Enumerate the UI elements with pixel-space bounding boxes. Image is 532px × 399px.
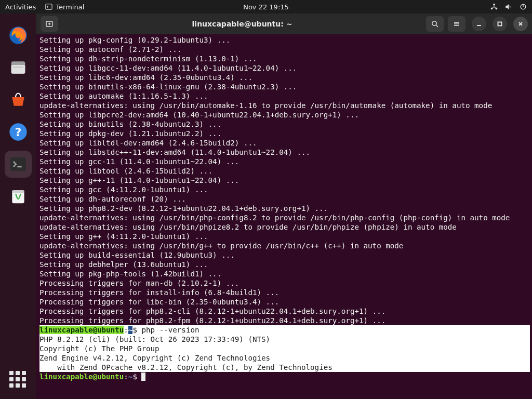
dock-show-apps-icon[interactable] <box>9 371 27 389</box>
search-button[interactable] <box>426 16 444 32</box>
topbar-app-indicator[interactable]: Terminal <box>45 3 84 11</box>
terminal-small-icon <box>45 3 52 10</box>
svg-rect-15 <box>12 190 24 193</box>
hamburger-menu-button[interactable] <box>448 16 466 32</box>
terminal-output-line: Setting up libstdc++-11-dev:amd64 (11.4.… <box>39 148 530 157</box>
prompt-sep: : <box>124 373 128 381</box>
terminal-output-line: Processing triggers for libc-bin (2.35-0… <box>39 297 530 307</box>
power-icon[interactable] <box>520 3 527 10</box>
volume-icon[interactable] <box>505 3 512 10</box>
terminal-output-line: Setting up g++ (4:11.2.0-1ubuntu1) ... <box>39 232 530 241</box>
terminal-output-line: Setting up gcc (4:11.2.0-1ubuntu1) ... <box>39 185 530 194</box>
terminal-output-line: PHP 8.2.12 (cli) (built: Oct 26 2023 17:… <box>39 335 530 344</box>
network-icon[interactable] <box>490 3 498 10</box>
terminal-prompt-line[interactable]: linuxcapable@ubuntu:~$ <box>39 372 530 381</box>
terminal-output-line: Setting up debhelper (13.6ubuntu1) ... <box>39 260 530 269</box>
terminal-output-line: Setting up dh-strip-nondeterminism (1.13… <box>39 54 530 63</box>
terminal-output-line: update-alternatives: using /usr/bin/phpi… <box>39 222 530 232</box>
terminal-output-line: Copyright (c) The PHP Group <box>39 344 530 353</box>
terminal-viewport[interactable]: Setting up pkg-config (0.29.2-1ubuntu3) … <box>36 34 532 399</box>
terminal-highlighted-block: linuxcapable@ubuntu:~$ php --versionPHP … <box>39 325 530 372</box>
terminal-output-line: Setting up binutils-x86-64-linux-gnu (2.… <box>39 82 530 91</box>
new-tab-button[interactable] <box>41 16 58 32</box>
dock-files-icon[interactable] <box>5 54 32 81</box>
terminal-output-line: Setting up libtool (2.4.6-15build2) ... <box>39 166 530 176</box>
prompt-dollar: $ <box>132 326 141 334</box>
gnome-topbar: Activities Terminal Nov 22 19:15 <box>0 0 532 14</box>
terminal-output-line: Setting up binutils (2.38-4ubuntu2.3) ..… <box>39 119 530 129</box>
prompt-sep: : <box>124 326 128 334</box>
dock-help-icon[interactable]: ? <box>5 118 32 145</box>
terminal-output-line: Setting up pkg-config (0.29.2-1ubuntu3) … <box>39 35 530 45</box>
prompt-user: linuxcapable@ubuntu <box>39 373 124 381</box>
terminal-output-line: Zend Engine v4.2.12, Copyright (c) Zend … <box>39 353 530 363</box>
terminal-output-line: Processing triggers for man-db (2.10.2-1… <box>39 278 530 288</box>
terminal-output-line: Processing triggers for php8.2-cli (8.2.… <box>39 307 530 316</box>
terminal-output-line: Setting up php8.2-dev (8.2.12-1+ubuntu22… <box>39 204 530 213</box>
terminal-output-line: Setting up libpcre2-dev:amd64 (10.40-1+u… <box>39 110 530 119</box>
dock-terminal-icon[interactable] <box>5 151 32 178</box>
terminal-output-line: update-alternatives: using /usr/bin/php-… <box>39 213 530 222</box>
terminal-output-line: Setting up libc6-dev:amd64 (2.35-0ubuntu… <box>39 73 530 82</box>
terminal-output-line: with Zend OPcache v8.2.12, Copyright (c)… <box>39 363 530 372</box>
terminal-output-line: update-alternatives: using /usr/bin/auto… <box>39 101 530 110</box>
terminal-output-line: Setting up autoconf (2.71-2) ... <box>39 45 530 54</box>
svg-rect-8 <box>11 65 25 74</box>
terminal-window: linuxcapable@ubuntu: ~ Setting up pkg-co… <box>36 14 532 399</box>
svg-text:?: ? <box>15 126 22 139</box>
dock-firefox-icon[interactable] <box>5 22 32 49</box>
topbar-clock[interactable]: Nov 22 19:15 <box>243 3 289 11</box>
terminal-output-line: Setting up pkg-php-tools (1.42build1) ..… <box>39 269 530 278</box>
terminal-output-line: Setting up libltdl-dev:amd64 (2.4.6-15bu… <box>39 138 530 148</box>
terminal-output-line: Setting up gcc-11 (11.4.0-1ubuntu1~22.04… <box>39 157 530 166</box>
svg-rect-12 <box>10 157 26 171</box>
prompt-user: linuxcapable@ubuntu <box>39 326 124 334</box>
window-title: linuxcapable@ubuntu: ~ <box>62 20 422 28</box>
terminal-output-line: Setting up automake (1:1.16.5-1.3) ... <box>39 91 530 101</box>
terminal-cursor <box>141 373 145 381</box>
window-close-button[interactable] <box>513 17 528 31</box>
terminal-output-line: Setting up g++-11 (11.4.0-1ubuntu1~22.04… <box>39 176 530 185</box>
terminal-output-line: Setting up build-essential (12.9ubuntu3)… <box>39 250 530 260</box>
svg-line-20 <box>436 25 438 27</box>
terminal-output-line: Setting up dpkg-dev (1.21.1ubuntu2.2) ..… <box>39 129 530 138</box>
svg-rect-0 <box>46 4 52 10</box>
svg-point-19 <box>432 21 436 25</box>
terminal-output-line: Setting up dh-autoreconf (20) ... <box>39 194 530 204</box>
terminal-output-line: Processing triggers for php8.2-fpm (8.2.… <box>39 316 530 325</box>
topbar-app-label: Terminal <box>56 3 84 11</box>
terminal-output-line: Setting up libgcc-11-dev:amd64 (11.4.0-1… <box>39 63 530 73</box>
terminal-titlebar: linuxcapable@ubuntu: ~ <box>36 14 532 34</box>
dock-trash-icon[interactable] <box>5 183 32 210</box>
terminal-command-line: linuxcapable@ubuntu:~$ php --version <box>39 325 530 335</box>
terminal-command-text: php --version <box>141 326 199 334</box>
terminal-output-line: Processing triggers for install-info (6.… <box>39 288 530 297</box>
dock-software-icon[interactable] <box>5 86 32 113</box>
prompt-dollar: $ <box>132 373 141 381</box>
gnome-dock: ? <box>0 14 36 399</box>
terminal-output-line: update-alternatives: using /usr/bin/g++ … <box>39 241 530 250</box>
window-minimize-button[interactable] <box>472 17 486 31</box>
svg-rect-25 <box>498 22 502 26</box>
activities-button[interactable]: Activities <box>5 3 36 11</box>
window-maximize-button[interactable] <box>493 17 507 31</box>
svg-rect-9 <box>13 66 23 68</box>
